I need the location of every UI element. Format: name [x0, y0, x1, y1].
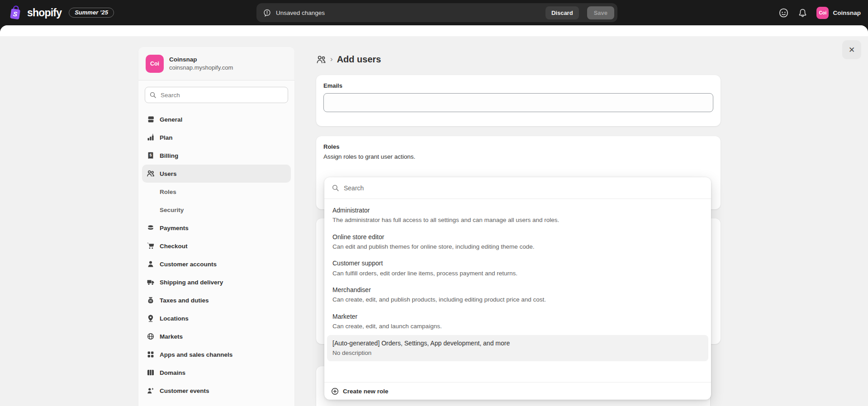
role-description: Can create, edit, and launch campaigns.	[332, 322, 703, 330]
store-header[interactable]: Coi Coinsnap coinsnap.myshopify.com	[138, 47, 294, 80]
search-icon	[149, 91, 157, 99]
sidebar-item-users[interactable]: Users	[142, 165, 291, 183]
sidebar-item-label: Plan	[160, 134, 173, 141]
role-name: [Auto-generated] Orders, Settings, App d…	[332, 339, 703, 347]
sidebar-item-billing[interactable]: $ Billing	[142, 146, 291, 165]
sidebar-item-label: Domains	[160, 369, 185, 376]
panel-top-strip	[0, 25, 868, 36]
customer-accounts-icon	[147, 260, 155, 268]
edition-badge[interactable]: Summer ’25	[69, 8, 114, 18]
domains-icon	[147, 368, 155, 377]
sidebar-item-customer-accounts[interactable]: Customer accounts	[142, 255, 291, 273]
account-menu[interactable]: Coi Coinsnap	[816, 7, 861, 19]
breadcrumb: › Add users	[316, 54, 381, 65]
sidebar-item-label: Customer events	[160, 387, 209, 394]
alert-icon	[263, 9, 271, 17]
sidebar-item-taxes[interactable]: Taxes and duties	[142, 291, 291, 309]
sidebar-item-apps[interactable]: Apps and sales channels	[142, 345, 291, 364]
role-option-merchandiser[interactable]: Merchandiser Can create, edit, and publi…	[327, 282, 708, 308]
sidebar-item-checkout[interactable]: Checkout	[142, 237, 291, 255]
sidebar-item-label: Taxes and duties	[160, 297, 209, 304]
notifications-bell-icon[interactable]	[798, 8, 807, 18]
create-new-role-label: Create new role	[343, 388, 389, 395]
role-option-marketer[interactable]: Marketer Can create, edit, and launch ca…	[327, 308, 708, 335]
checkout-cart-icon	[147, 242, 155, 250]
sidebar-item-label: General	[160, 116, 182, 123]
roles-dropdown: Administrator The administrator has full…	[324, 177, 711, 400]
role-option-online-store-editor[interactable]: Online store editor Can edit and publish…	[327, 229, 708, 255]
store-domain: coinsnap.myshopify.com	[169, 64, 233, 71]
chevron-right-icon: ›	[330, 55, 333, 64]
topbar-right: Coi Coinsnap	[778, 0, 861, 25]
plan-icon	[147, 133, 155, 142]
role-list: Administrator The administrator has full…	[324, 199, 711, 382]
markets-globe-icon	[147, 332, 155, 340]
settings-sidebar: Coi Coinsnap coinsnap.myshopify.com	[138, 47, 294, 406]
sidebar-item-plan[interactable]: Plan	[142, 128, 291, 146]
sidebar-search-input[interactable]	[145, 87, 288, 103]
avatar: Coi	[816, 7, 829, 19]
create-new-role-button[interactable]: Create new role	[324, 382, 711, 400]
locations-pin-icon	[147, 314, 155, 322]
sidebar-item-label: Checkout	[160, 243, 188, 250]
close-settings-button[interactable]: ✕	[842, 40, 861, 59]
emails-label: Emails	[323, 82, 713, 89]
unsaved-changes-message: Unsaved changes	[276, 9, 541, 16]
brand-wordmark: shopify	[27, 7, 62, 19]
role-name: Marketer	[332, 312, 703, 321]
users-icon	[147, 170, 155, 178]
role-description: No description	[332, 349, 703, 357]
sidebar-item-label: Users	[160, 170, 177, 177]
sidebar-item-shipping[interactable]: Shipping and delivery	[142, 273, 291, 291]
unsaved-changes-bar: Unsaved changes Discard Save	[256, 3, 617, 22]
store-icon	[147, 115, 155, 123]
emails-input[interactable]	[323, 93, 713, 112]
plus-circle-icon	[331, 387, 339, 395]
sidekick-icon[interactable]	[778, 8, 789, 18]
sidebar-item-domains[interactable]: Domains	[142, 364, 291, 382]
users-icon[interactable]	[316, 55, 326, 65]
apps-grid-icon	[147, 350, 155, 359]
sidebar-item-label: Roles	[160, 189, 176, 195]
sidebar-item-customer-events[interactable]: Customer events	[142, 382, 291, 400]
sidebar-item-label: Shipping and delivery	[160, 279, 223, 286]
brand[interactable]: S shopify Summer ’25	[8, 0, 114, 25]
roles-title: Roles	[323, 143, 713, 150]
store-avatar: Coi	[146, 55, 164, 73]
roles-search-input[interactable]	[344, 184, 704, 192]
role-description: Can create, edit, and publish products, …	[332, 296, 703, 304]
shipping-truck-icon	[147, 278, 155, 286]
sidebar-item-markets[interactable]: Markets	[142, 327, 291, 345]
sidebar-item-label: Customer accounts	[160, 261, 217, 268]
sidebar-item-general[interactable]: General	[142, 110, 291, 128]
sidebar-item-payments[interactable]: Payments	[142, 219, 291, 237]
role-option-customer-support[interactable]: Customer support Can fulfill orders, edi…	[327, 255, 708, 282]
svg-text:$: $	[150, 153, 152, 157]
sidebar-item-roles[interactable]: Roles	[142, 183, 291, 201]
settings-panel: ✕ Coi Coinsnap coinsnap.myshopify.com	[0, 25, 868, 406]
store-name: Coinsnap	[169, 56, 233, 64]
sidebar-item-locations[interactable]: Locations	[142, 309, 291, 327]
settings-nav: General Plan $ Billing	[138, 105, 294, 400]
role-name: Customer support	[332, 259, 703, 267]
save-button[interactable]: Save	[587, 6, 614, 19]
role-name: Online store editor	[332, 233, 703, 241]
role-option-auto-generated[interactable]: [Auto-generated] Orders, Settings, App d…	[327, 335, 708, 362]
sidebar-item-label: Security	[160, 207, 184, 213]
discard-button[interactable]: Discard	[545, 6, 579, 19]
sidebar-item-security[interactable]: Security	[142, 201, 291, 219]
sidebar-search	[145, 87, 288, 103]
sidebar-item-label: Payments	[160, 225, 189, 231]
sidebar-item-label: Apps and sales channels	[160, 351, 232, 358]
search-icon	[332, 184, 339, 192]
payments-icon	[147, 224, 155, 232]
role-option-administrator[interactable]: Administrator The administrator has full…	[327, 202, 708, 229]
role-description: Can edit and publish themes for online s…	[332, 243, 703, 251]
sidebar-item-label: Billing	[160, 152, 178, 159]
taxes-icon	[147, 296, 155, 304]
shopify-logo-icon: S	[8, 5, 23, 21]
sidebar-item-label: Markets	[160, 333, 183, 340]
role-description: The administrator has full access to all…	[332, 216, 703, 224]
sidebar-item-label: Locations	[160, 315, 189, 322]
page-title: Add users	[337, 54, 381, 65]
